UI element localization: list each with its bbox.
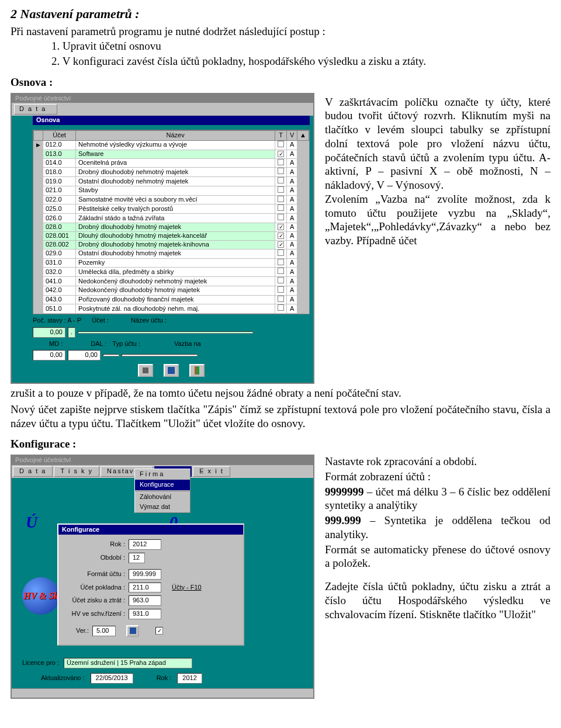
row-selector[interactable] xyxy=(34,214,43,223)
menu-data[interactable]: D a t a xyxy=(13,466,53,477)
cell-check[interactable] xyxy=(275,268,287,277)
exit-button[interactable] xyxy=(189,364,205,377)
scroll-track[interactable] xyxy=(297,150,309,158)
pokladna-input[interactable]: 211.0 xyxy=(129,583,161,593)
row-selector[interactable] xyxy=(34,168,43,177)
dal-input[interactable]: 0,00 xyxy=(68,350,101,360)
scroll-track[interactable] xyxy=(297,277,309,286)
cell-ucet[interactable]: 029.0 xyxy=(43,249,76,258)
scroll-track[interactable] xyxy=(297,168,309,177)
zisk-input[interactable]: 963.0 xyxy=(129,595,161,606)
cell-nazev[interactable]: Ocenitelná práva xyxy=(76,158,275,168)
obdobi-input[interactable]: 12 xyxy=(129,553,145,563)
cell-ucet[interactable]: 042.0 xyxy=(43,286,76,295)
cell-check[interactable] xyxy=(275,277,287,286)
row-selector[interactable] xyxy=(34,186,43,195)
scroll-track[interactable] xyxy=(297,195,309,204)
cell-check[interactable] xyxy=(275,195,287,204)
cell-nazev[interactable]: Poskytnuté zál. na dlouhodobý nehm. maj. xyxy=(76,304,275,314)
scroll-track[interactable] xyxy=(297,177,309,186)
cell-ucet[interactable]: 013.0 xyxy=(43,150,76,158)
row-selector[interactable] xyxy=(34,158,43,168)
scroll-track[interactable] xyxy=(297,249,309,258)
cell-ucet[interactable]: 028.002 xyxy=(43,240,76,249)
config-checkbox[interactable]: ✓ xyxy=(155,627,163,635)
row-selector[interactable] xyxy=(34,223,43,231)
menu-exit[interactable]: E x i t xyxy=(193,466,230,477)
rok-input[interactable]: 2012 xyxy=(129,539,161,550)
dropdown-item-3[interactable]: Výmaz dat xyxy=(135,502,190,512)
cell-nazev[interactable]: Dlouhý dlouhodobý hmotný majetek-kancelá… xyxy=(76,231,275,240)
cell-ucet[interactable]: 028.0 xyxy=(43,223,76,231)
cell-check[interactable] xyxy=(275,168,287,177)
cell-check[interactable] xyxy=(275,258,287,268)
scroll-track[interactable] xyxy=(297,240,309,249)
row-selector[interactable] xyxy=(34,150,43,158)
cell-check[interactable] xyxy=(275,140,287,150)
cell-ucet[interactable]: 025.0 xyxy=(43,204,76,214)
dropdown-item-2[interactable]: Zálohování xyxy=(135,492,190,502)
cell-ucet[interactable]: 018.0 xyxy=(43,168,76,177)
row-selector[interactable]: ▶ xyxy=(34,140,43,150)
cell-nazev[interactable]: Drobný dlouhodobý nehmotný majetek xyxy=(76,168,275,177)
cell-nazev[interactable]: Software xyxy=(76,150,275,158)
ucet-sep-input[interactable]: . xyxy=(68,327,75,338)
scroll-track[interactable] xyxy=(297,295,309,304)
cell-ucet[interactable]: 031.0 xyxy=(43,258,76,268)
cell-check[interactable]: ✓ xyxy=(275,231,287,240)
cell-check[interactable] xyxy=(275,204,287,214)
row-selector[interactable] xyxy=(34,204,43,214)
cell-ucet[interactable]: 012.0 xyxy=(43,140,76,150)
row-selector[interactable] xyxy=(34,231,43,240)
stop-button[interactable] xyxy=(138,364,153,377)
scroll-track[interactable] xyxy=(297,158,309,168)
row-selector[interactable] xyxy=(34,177,43,186)
cell-ucet[interactable]: 032.0 xyxy=(43,268,76,277)
cell-check[interactable]: ✓ xyxy=(275,240,287,249)
row-selector[interactable] xyxy=(34,258,43,268)
cell-ucet[interactable]: 043.0 xyxy=(43,295,76,304)
cell-nazev[interactable]: Drobný dlouhodobý hmotný majetek xyxy=(76,223,275,231)
cell-nazev[interactable]: Nehmotné výsledky výzkumu a vývoje xyxy=(76,140,275,150)
cell-check[interactable]: ✓ xyxy=(275,223,287,231)
menu-tisky[interactable]: T i s k y xyxy=(54,466,99,477)
cell-ucet[interactable]: 026.0 xyxy=(43,214,76,223)
cell-check[interactable] xyxy=(275,158,287,168)
scroll-track[interactable] xyxy=(297,140,309,150)
cell-nazev[interactable]: Ostatní dlouhodobý hmotný majetek xyxy=(76,249,275,258)
cell-ucet[interactable]: 019.0 xyxy=(43,177,76,186)
scroll-track[interactable] xyxy=(297,186,309,195)
cell-nazev[interactable]: Základní stádo a tažná zvířata xyxy=(76,214,275,223)
cell-ucet[interactable]: 041.0 xyxy=(43,277,76,286)
save-disk-button[interactable] xyxy=(164,364,179,377)
format-input[interactable]: 999.999 xyxy=(129,569,161,580)
row-selector[interactable] xyxy=(34,240,43,249)
row-selector[interactable] xyxy=(34,295,43,304)
scroll-track[interactable] xyxy=(297,286,309,295)
cell-check[interactable] xyxy=(275,177,287,186)
row-selector[interactable] xyxy=(34,304,43,314)
cell-ucet[interactable]: 014.0 xyxy=(43,158,76,168)
osnova-grid[interactable]: Účet Název T V ▲ ▶012.0Nehmotné výsledky… xyxy=(33,130,309,314)
scroll-track[interactable] xyxy=(297,204,309,214)
cell-nazev[interactable]: Nedokončený dlouhodobý hmotný majetek xyxy=(76,286,275,295)
cell-nazev[interactable]: Drobný dlouhodobý hmotný majetek-knihovn… xyxy=(76,240,275,249)
row-selector[interactable] xyxy=(34,268,43,277)
scroll-track[interactable] xyxy=(297,258,309,268)
ucty-f10-link[interactable]: Účty - F10 xyxy=(172,584,202,592)
scroll-track[interactable] xyxy=(297,214,309,223)
cell-nazev[interactable]: Umělecká díla, předměty a sbírky xyxy=(76,268,275,277)
save-button[interactable] xyxy=(126,625,139,637)
scroll-track[interactable] xyxy=(297,268,309,277)
cell-nazev[interactable]: Pěstitelské celky trvalých porostů xyxy=(76,204,275,214)
cell-ucet[interactable]: 028.001 xyxy=(43,231,76,240)
scroll-up-icon[interactable]: ▲ xyxy=(297,131,309,141)
row-selector[interactable] xyxy=(34,195,43,204)
cell-nazev[interactable]: Pozemky xyxy=(76,258,275,268)
row-selector[interactable] xyxy=(34,277,43,286)
scroll-track[interactable] xyxy=(297,304,309,314)
cell-ucet[interactable]: 022.0 xyxy=(43,195,76,204)
cell-check[interactable] xyxy=(275,249,287,258)
cell-check[interactable] xyxy=(275,214,287,223)
cell-check[interactable] xyxy=(275,186,287,195)
